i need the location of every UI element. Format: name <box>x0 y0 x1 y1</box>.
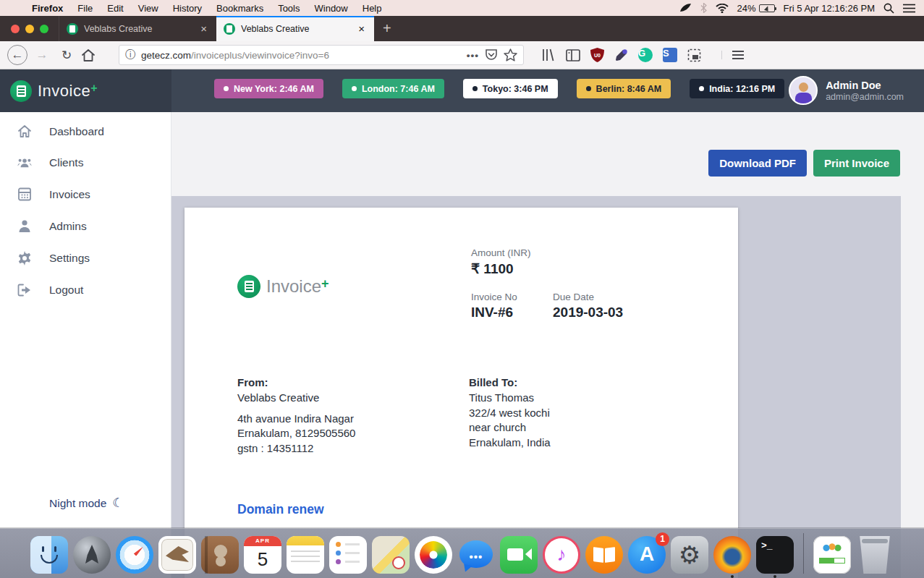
url-text[interactable]: getecz.com/invoiceplus/viewinvoice?invo=… <box>141 50 461 61</box>
dock-firefox-icon[interactable] <box>713 536 751 574</box>
dock-system-preferences-icon[interactable]: ⚙ <box>671 536 708 574</box>
night-mode-toggle[interactable]: Night mode ☾ <box>0 496 171 511</box>
dock-messages-icon[interactable]: ••• <box>457 536 495 574</box>
amount-value: ₹ 1100 <box>471 260 531 277</box>
dock-facetime-icon[interactable] <box>500 536 538 574</box>
menubar-app-name[interactable]: Firefox <box>25 3 70 14</box>
user-icon <box>17 219 32 233</box>
menubar-item-history[interactable]: History <box>166 3 209 14</box>
sidebar-item-admins[interactable]: Admins <box>0 213 171 239</box>
user-menu[interactable]: Admin Doe admin@admin.com <box>789 76 904 105</box>
notification-center-icon[interactable] <box>903 4 915 13</box>
menubar-item-help[interactable]: Help <box>355 3 389 14</box>
dot-icon <box>224 86 229 91</box>
bookmark-star-icon[interactable] <box>504 48 517 61</box>
dock-terminal-icon[interactable]: >_ <box>756 536 794 574</box>
dock-launchpad-icon[interactable] <box>73 536 111 574</box>
dock-appstore-icon[interactable]: A1 <box>628 536 666 574</box>
dock-shared-document-icon[interactable] <box>813 536 851 574</box>
sidebar-toggle-icon[interactable] <box>566 49 580 61</box>
grammarly-icon[interactable]: G <box>638 48 653 62</box>
invoice-item-title-link[interactable]: Domain renew <box>237 502 324 517</box>
page-actions-icon[interactable]: ••• <box>467 50 479 61</box>
browser-tab-bar: Veblabs Creative × Veblabs Creative × + <box>0 16 924 41</box>
menubar-item-edit[interactable]: Edit <box>100 3 130 14</box>
home-icon <box>17 124 32 138</box>
browser-menu-icon[interactable] <box>721 51 744 59</box>
calendar-month: APR <box>244 536 281 546</box>
timezone-row: New York: 2:46 AM London: 7:46 AM Tokyo:… <box>214 79 784 98</box>
dock-finder-icon[interactable] <box>30 536 68 574</box>
dock-maps-icon[interactable] <box>372 536 410 574</box>
dock-books-icon[interactable] <box>585 536 623 574</box>
browser-toolbar: ← → ↻ ⓘ getecz.com/invoiceplus/viewinvoi… <box>0 41 924 69</box>
menubar-clock[interactable]: Fri 5 Apr 12:16:26 PM <box>784 3 875 14</box>
home-button[interactable] <box>81 48 96 62</box>
window-zoom-button[interactable] <box>40 25 48 33</box>
dock-photos-icon[interactable] <box>415 536 452 574</box>
menubar-item-window[interactable]: Window <box>308 3 355 14</box>
tab-close-icon[interactable]: × <box>356 22 367 35</box>
pocket-save-icon[interactable] <box>485 48 498 61</box>
sidebar-item-settings[interactable]: Settings <box>0 245 171 271</box>
window-controls <box>0 16 59 41</box>
logout-icon <box>17 284 32 297</box>
new-tab-button[interactable]: + <box>374 16 400 41</box>
tab-favicon <box>224 23 235 35</box>
reload-button[interactable]: ↻ <box>56 45 77 65</box>
spotlight-search-icon[interactable] <box>883 3 894 14</box>
menubar-item-tools[interactable]: Tools <box>271 3 307 14</box>
library-icon[interactable] <box>541 48 556 61</box>
users-icon <box>17 157 32 169</box>
s-extension-icon[interactable]: S <box>663 48 677 62</box>
back-button[interactable]: ← <box>7 45 27 65</box>
invoice-no-label: Invoice No <box>471 292 517 302</box>
feather-status-icon[interactable] <box>679 3 692 13</box>
sidebar-item-logout[interactable]: Logout <box>0 278 171 302</box>
main-content: Download PDF Print Invoice Invoice+ Amou… <box>171 112 924 578</box>
print-invoice-button[interactable]: Print Invoice <box>813 150 900 177</box>
sidebar-item-clients[interactable]: Clients <box>0 150 171 175</box>
download-pdf-button[interactable]: Download PDF <box>708 150 807 177</box>
screenshot-tool-icon[interactable] <box>687 48 701 62</box>
menubar-item-file[interactable]: File <box>70 3 100 14</box>
amount-block: Amount (INR) ₹ 1100 <box>471 247 531 277</box>
dock-itunes-icon[interactable]: ♪ <box>543 536 580 574</box>
user-name: Admin Doe <box>826 79 904 92</box>
wifi-icon[interactable] <box>716 4 729 13</box>
brand-name: Invoice+ <box>38 82 98 101</box>
from-name: Veblabs Creative <box>237 391 355 405</box>
tab-close-icon[interactable]: × <box>198 22 209 35</box>
dock-trash-icon[interactable] <box>856 536 894 574</box>
ublock-origin-icon[interactable]: U0 <box>590 48 604 62</box>
sidebar: Dashboard Clients Invoices Admins Settin… <box>0 112 171 578</box>
dock-reminders-icon[interactable] <box>329 536 367 574</box>
bluetooth-icon[interactable] <box>700 3 707 13</box>
invoice-no-block: Invoice No INV-#6 <box>471 292 517 320</box>
appstore-badge: 1 <box>656 532 669 546</box>
site-info-icon[interactable]: ⓘ <box>125 48 135 61</box>
window-minimize-button[interactable] <box>25 25 34 33</box>
eyedropper-icon[interactable] <box>614 48 628 62</box>
sidebar-item-invoices[interactable]: Invoices <box>0 182 171 207</box>
user-email: admin@admin.com <box>826 92 904 102</box>
window-close-button[interactable] <box>11 25 20 33</box>
battery-icon <box>759 4 775 12</box>
sidebar-item-dashboard[interactable]: Dashboard <box>0 119 171 144</box>
dock-safari-icon[interactable] <box>116 536 153 574</box>
menubar-item-view[interactable]: View <box>131 3 166 14</box>
dock-notes-icon[interactable] <box>287 536 324 574</box>
url-bar[interactable]: ⓘ getecz.com/invoiceplus/viewinvoice?inv… <box>119 45 524 65</box>
dock-contacts-icon[interactable] <box>201 536 239 574</box>
app-logo[interactable]: Invoice+ <box>0 69 171 112</box>
browser-tab-1[interactable]: Veblabs Creative × <box>59 16 216 41</box>
forward-button[interactable]: → <box>32 45 52 65</box>
billed-line: near church <box>469 420 551 435</box>
battery-indicator[interactable]: 24% <box>737 3 775 14</box>
dock-calendar-icon[interactable]: APR 5 <box>244 536 281 574</box>
dock-mail-icon[interactable] <box>158 536 196 574</box>
menubar-item-bookmarks[interactable]: Bookmarks <box>209 3 271 14</box>
invoice-actions: Download PDF Print Invoice <box>708 150 900 177</box>
timezone-pill-tokyo: Tokyo: 3:46 PM <box>463 79 558 98</box>
browser-tab-2-active[interactable]: Veblabs Creative × <box>216 16 374 41</box>
